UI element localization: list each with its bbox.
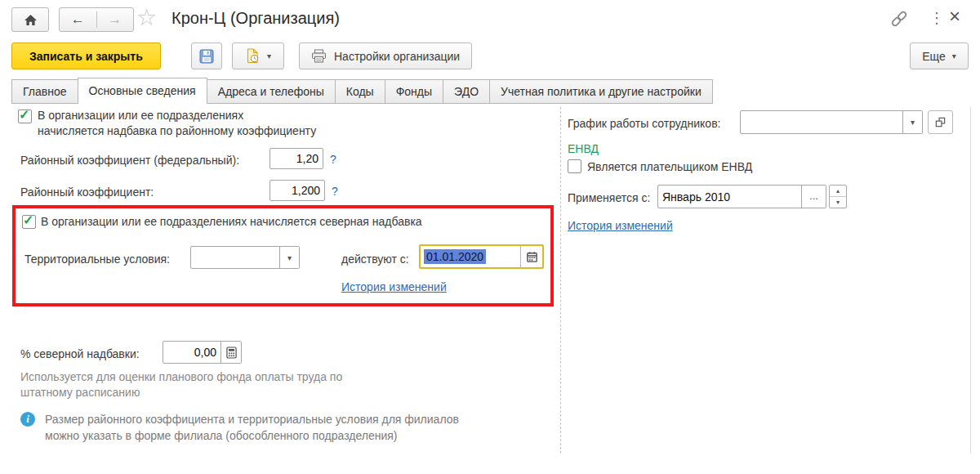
federal-coefficient-label: Районный коэффициент (федеральный): — [20, 154, 239, 167]
floppy-icon — [198, 48, 215, 65]
district-allowance-checkbox[interactable]: ✓ — [18, 110, 32, 123]
form-right-edge — [970, 107, 971, 454]
open-schedule-form-button[interactable] — [928, 110, 953, 134]
spin-up-button[interactable]: ▴ — [830, 186, 846, 196]
district-allowance-label: В организации или ее подразделениях начи… — [38, 108, 316, 139]
chevron-down-icon: ▾ — [911, 118, 915, 127]
tab-addresses-phones[interactable]: Адреса и телефоны — [207, 79, 336, 104]
usage-note: Используется для оценки планового фонда … — [20, 369, 342, 400]
northern-allowance-checkbox[interactable]: ✓ — [22, 215, 36, 229]
history-link-northern[interactable]: История изменений — [341, 280, 447, 293]
effective-from-label: действуют с: — [341, 253, 409, 266]
northern-allowance-label: В организации или ее подразделениях начи… — [41, 215, 422, 228]
regional-coefficient-help-link[interactable]: ? — [332, 185, 338, 198]
effective-from-date-input[interactable]: 01.01.2020 — [419, 244, 544, 269]
back-arrow-icon: ← — [71, 11, 85, 28]
org-settings-label: Настройки организации — [334, 50, 460, 63]
spin-down-button[interactable]: ▾ — [830, 196, 846, 208]
regional-coefficient-input[interactable]: 1,200 — [270, 180, 325, 201]
calendar-icon — [526, 251, 538, 263]
open-form-icon — [934, 116, 947, 128]
favorite-star-icon[interactable]: ☆ — [136, 4, 157, 31]
tab-funds[interactable]: Фонды — [385, 79, 443, 104]
home-icon — [24, 14, 38, 26]
ellipsis-button[interactable]: ... — [801, 186, 826, 208]
work-schedule-select[interactable]: ▾ — [740, 110, 923, 134]
create-based-on-button[interactable]: ▾ — [232, 42, 284, 69]
dropdown-button[interactable]: ▾ — [902, 111, 922, 133]
northern-percent-input[interactable]: 0,00 — [163, 341, 242, 364]
envd-payer-checkbox[interactable] — [568, 159, 581, 173]
calculator-icon — [226, 347, 237, 359]
home-button[interactable] — [11, 7, 49, 32]
more-button[interactable]: Еще ▾ — [910, 42, 969, 69]
calendar-button[interactable] — [520, 246, 542, 267]
chevron-down-icon: ▾ — [267, 51, 271, 60]
info-note: Размер районного коэффициента и территор… — [45, 411, 459, 444]
applied-from-input[interactable]: Январь 2010 ... — [657, 185, 826, 208]
work-schedule-label: График работы сотрудников: — [568, 117, 720, 130]
calculator-button[interactable] — [220, 342, 241, 363]
close-icon[interactable]: × — [949, 5, 960, 28]
check-icon: ✓ — [23, 212, 33, 228]
history-nav-group: ← → — [59, 7, 134, 32]
chevron-down-icon: ▾ — [287, 253, 292, 262]
save-button[interactable] — [191, 42, 222, 69]
save-and-close-button[interactable]: Записать и закрыть — [11, 42, 161, 69]
get-link-icon[interactable] — [889, 8, 910, 29]
check-icon: ✓ — [19, 107, 29, 123]
ellipsis-icon: ... — [809, 190, 818, 202]
tab-accounting-policy[interactable]: Учетная политика и другие настройки — [489, 79, 713, 104]
forward-button[interactable]: → — [97, 11, 134, 28]
dropdown-button[interactable]: ▾ — [279, 247, 299, 268]
selected-date-text: 01.01.2020 — [424, 249, 486, 264]
tab-edo[interactable]: ЭДО — [443, 79, 490, 104]
info-icon: i — [20, 412, 35, 427]
page-title: Крон-Ц (Организация) — [172, 9, 340, 28]
applied-from-spinner: ▴ ▾ — [829, 185, 847, 208]
territorial-conditions-select[interactable]: ▾ — [190, 246, 300, 269]
federal-coefficient-help-link[interactable]: ? — [330, 153, 336, 166]
tab-main[interactable]: Главное — [11, 79, 78, 104]
envd-section-header: ЕНВД — [568, 142, 599, 155]
tab-basic-info[interactable]: Основные сведения — [78, 78, 207, 104]
printer-icon — [311, 49, 327, 63]
org-settings-button[interactable]: Настройки организации — [299, 42, 472, 69]
envd-payer-label: Является плательщиком ЕНВД — [587, 160, 752, 173]
applied-from-label: Применяется с: — [568, 191, 650, 204]
forward-arrow-icon: → — [108, 11, 122, 28]
history-link-envd[interactable]: История изменений — [568, 219, 673, 232]
organization-card-window: ← → ☆ Крон-Ц (Организация) ⋮ × Записать … — [0, 0, 980, 474]
more-label: Еще — [922, 50, 946, 63]
spin-down-icon: ▾ — [836, 199, 840, 206]
federal-coefficient-input[interactable]: 1,20 — [270, 148, 323, 169]
regional-coefficient-label: Районный коэффициент: — [20, 186, 154, 199]
territorial-conditions-label: Территориальные условия: — [24, 253, 170, 266]
menu-kebab-icon[interactable]: ⋮ — [929, 8, 944, 28]
back-button[interactable]: ← — [60, 11, 97, 28]
spin-up-icon: ▴ — [836, 187, 840, 195]
document-clock-icon — [245, 48, 260, 64]
column-separator — [560, 107, 561, 454]
tab-codes[interactable]: Коды — [335, 79, 385, 104]
chevron-down-icon: ▾ — [952, 51, 956, 60]
northern-percent-label: % северной надбавки: — [20, 347, 140, 360]
tab-bar: Главное Основные сведения Адреса и телеф… — [11, 78, 712, 104]
